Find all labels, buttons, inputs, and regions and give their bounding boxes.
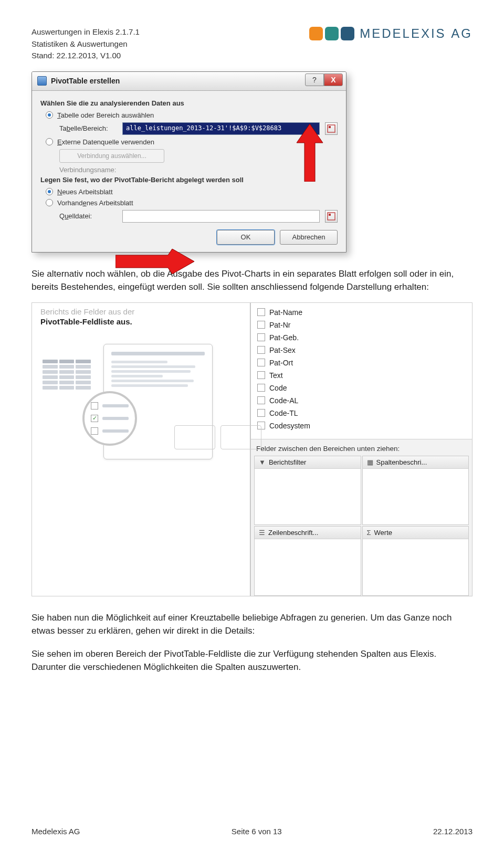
field-list-item[interactable]: Pat-Nr	[254, 319, 469, 331]
radio-icon	[46, 199, 53, 206]
doc-meta: Auswertungen in Elexis 2.1.7.1 Statistik…	[32, 26, 140, 62]
footer-left: Medelexis AG	[32, 827, 80, 836]
zone-report-filter[interactable]: ▼Berichtsfilter	[254, 456, 361, 526]
ok-button[interactable]: OK	[217, 230, 275, 245]
radio-existing-sheet[interactable]: Vorhandenes Arbeitsblatt	[46, 199, 338, 207]
field-list-item[interactable]: Code	[254, 382, 469, 394]
svg-marker-5	[116, 249, 194, 274]
radio-table-range[interactable]: Tabelle oder Bereich auswählen	[46, 111, 338, 119]
red-arrow-icon	[116, 249, 194, 274]
radio-new-sheet[interactable]: Neues Arbeitsblatt	[46, 188, 338, 196]
document-footer: Medelexis AG Seite 6 von 13 22.12.2013	[32, 827, 472, 836]
pivot-illustration-icon: ✓	[40, 344, 214, 465]
pivot-field-list: Pat-Name Pat-Nr Pat-Geb. Pat-Sex Pat-Ort…	[251, 303, 472, 439]
radio-icon	[46, 111, 53, 119]
checkbox-icon[interactable]	[257, 321, 265, 329]
close-button[interactable]: X	[324, 74, 343, 86]
sigma-icon: Σ	[367, 529, 371, 537]
range-label: Tabelle/Bereich:	[59, 124, 117, 132]
section-data-source: Wählen Sie die zu analysierenden Daten a…	[40, 99, 338, 107]
source-label: Quelldatei:	[59, 212, 117, 220]
radio-icon	[46, 138, 53, 145]
checkbox-icon[interactable]	[257, 384, 265, 392]
source-input[interactable]	[122, 210, 320, 223]
body-paragraph: Sie alternativ noch wählen, ob die Ausga…	[32, 267, 472, 294]
pivot-layout-screenshot: Berichts die Felder aus der PivotTable-F…	[32, 302, 472, 596]
brand: MEDELEXIS AG	[309, 26, 472, 41]
cancel-button[interactable]: Abbrechen	[280, 230, 338, 245]
columns-icon: ▦	[367, 458, 373, 466]
field-list-item[interactable]: Code-TL	[254, 407, 469, 419]
svg-marker-4	[297, 124, 323, 182]
checkbox-icon[interactable]	[257, 371, 265, 379]
section-location: Legen Sie fest, wo der PivotTable-Berich…	[40, 176, 338, 184]
range-input[interactable]: alle_leistungen_2013-12-31'!$A$9:$V$2868…	[122, 122, 320, 135]
checkbox-icon[interactable]	[257, 346, 265, 354]
red-arrow-icon	[294, 124, 326, 182]
doc-subtitle: Statistiken & Auswertungen	[32, 38, 140, 50]
dialog-title: PivotTable erstellen	[51, 77, 120, 85]
gray-hint-text: Berichts die Felder aus der	[40, 307, 242, 316]
document-header: Auswertungen in Elexis 2.1.7.1 Statistik…	[32, 26, 472, 62]
filter-icon: ▼	[259, 458, 266, 466]
field-list-item[interactable]: Pat-Sex	[254, 344, 469, 356]
radio-icon	[46, 188, 53, 195]
rows-icon: ☰	[259, 529, 265, 537]
checkbox-icon[interactable]	[257, 359, 265, 366]
range-picker-button[interactable]	[325, 122, 338, 135]
body-paragraph: Sie sehen im oberen Bereich der PivotTab…	[32, 647, 472, 674]
svg-rect-3	[329, 214, 331, 216]
pivot-fieldlist-hint: PivotTable-Feldliste aus.	[40, 317, 242, 326]
source-picker-button[interactable]	[325, 210, 338, 223]
zone-values[interactable]: ΣWerte	[362, 526, 469, 596]
choose-connection-button: Verbindung auswählen...	[59, 149, 164, 163]
checkbox-icon[interactable]	[257, 396, 265, 404]
checkbox-icon[interactable]	[257, 409, 265, 417]
footer-page: Seite 6 von 13	[232, 827, 282, 836]
help-button[interactable]: ?	[305, 74, 324, 86]
body-paragraph: Sie haben nun die Möglichkeit auf einer …	[32, 611, 472, 638]
zone-column-labels[interactable]: ▦Spaltenbeschri...	[362, 456, 469, 526]
brand-logo-icon	[309, 27, 354, 40]
field-list-item[interactable]: Code-AL	[254, 394, 469, 407]
doc-version: Stand: 22.12.2013, V1.00	[32, 50, 140, 62]
doc-title: Auswertungen in Elexis 2.1.7.1	[32, 26, 140, 38]
field-list-item[interactable]: Pat-Name	[254, 306, 469, 319]
field-list-item[interactable]: Text	[254, 369, 469, 382]
field-list-item[interactable]: Codesystem	[254, 419, 469, 432]
footer-date: 22.12.2013	[433, 827, 472, 836]
field-list-item[interactable]: Pat-Geb.	[254, 331, 469, 344]
drag-instructions: Felder zwischen den Bereichen unten zieh…	[251, 439, 472, 456]
checkbox-icon[interactable]	[257, 308, 265, 316]
checkbox-icon[interactable]	[257, 333, 265, 341]
svg-rect-1	[329, 126, 331, 128]
dialog-titlebar[interactable]: PivotTable erstellen ? X	[32, 72, 346, 91]
pivot-icon	[37, 76, 47, 86]
field-list-item[interactable]: Pat-Ort	[254, 356, 469, 369]
zone-row-labels[interactable]: ☰Zeilenbeschrift...	[254, 526, 361, 596]
brand-name: MEDELEXIS AG	[360, 26, 472, 41]
